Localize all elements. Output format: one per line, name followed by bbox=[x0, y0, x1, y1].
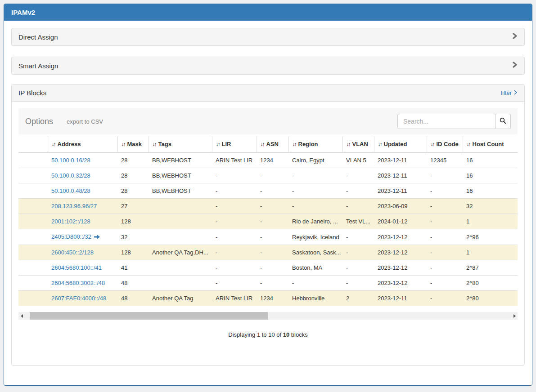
cell-expand bbox=[18, 229, 48, 245]
export-csv-link[interactable]: export to CSV bbox=[67, 118, 103, 125]
address-link[interactable]: 2604:5680:100::/41 bbox=[51, 264, 102, 271]
cell-updated: 2023-12-12 bbox=[374, 260, 427, 276]
cell-lir: - bbox=[212, 214, 257, 229]
sort-icon: ↓↑ bbox=[52, 141, 55, 147]
cell-address: 2001:102::/128 bbox=[48, 214, 117, 229]
column-header-host-count[interactable]: ↓↑Host Count bbox=[463, 136, 518, 152]
cell-region: - bbox=[288, 276, 342, 291]
address-link[interactable]: 2405:D800::/32 bbox=[51, 233, 91, 240]
cell-id-code: - bbox=[427, 291, 463, 306]
column-header-id-code[interactable]: ↓↑ID Code bbox=[427, 136, 463, 152]
cell-asn: 1234 bbox=[257, 291, 288, 306]
cell-mask: 27 bbox=[117, 199, 149, 214]
horizontal-scrollbar[interactable] bbox=[18, 312, 518, 320]
main-panel: IPAMv2 Direct Assign Smart Assign IP Blo… bbox=[4, 4, 532, 386]
column-header-vlan[interactable]: ↓↑VLAN bbox=[342, 136, 374, 152]
cell-vlan: - bbox=[342, 245, 374, 260]
sort-icon: ↓↑ bbox=[122, 141, 125, 147]
cell-updated: 2023-12-11 bbox=[374, 152, 427, 168]
address-link[interactable]: 50.100.0.32/28 bbox=[51, 172, 90, 179]
cell-updated: 2023-12-12 bbox=[374, 245, 427, 260]
cell-lir: - bbox=[212, 260, 257, 276]
cell-address: 2607:FAE0:4000::/48 bbox=[48, 291, 117, 306]
smart-assign-label: Smart Assign bbox=[18, 62, 58, 70]
cell-host-count: 2^96 bbox=[463, 229, 518, 245]
cell-tags: BB,WEBHOST bbox=[149, 152, 212, 168]
table-row: 50.100.0.48/2828BB,WEBHOST----2023-12-11… bbox=[18, 183, 518, 199]
column-header-address[interactable]: ↓↑Address bbox=[48, 136, 117, 152]
cell-id-code: - bbox=[427, 245, 463, 260]
cell-updated: 2023-12-11 bbox=[374, 168, 427, 183]
column-header-updated[interactable]: ↓↑Updated bbox=[374, 136, 427, 152]
cell-tags: Another QA Tag bbox=[149, 291, 212, 306]
cell-vlan: - bbox=[342, 229, 374, 245]
direct-assign-accordion[interactable]: Direct Assign bbox=[11, 28, 525, 46]
cell-updated: 2023-12-12 bbox=[374, 229, 427, 245]
column-header-mask[interactable]: ↓↑Mask bbox=[117, 136, 149, 152]
cell-region: - bbox=[288, 183, 342, 199]
ip-blocks-title: IP Blocks bbox=[18, 89, 46, 97]
table-row: 50.100.0.16/2828BB,WEBHOSTARIN Test LIR1… bbox=[18, 152, 518, 168]
cell-lir: ARIN Test LIR bbox=[212, 291, 257, 306]
search-button[interactable] bbox=[495, 114, 511, 129]
scrollbar-track[interactable] bbox=[25, 312, 511, 320]
cell-host-count: 2^80 bbox=[463, 291, 518, 306]
cell-asn: - bbox=[257, 183, 288, 199]
cell-address: 2600:450::2/128 bbox=[48, 245, 117, 260]
cell-expand bbox=[18, 152, 48, 168]
cell-mask: 28 bbox=[117, 168, 149, 183]
cell-expand bbox=[18, 214, 48, 229]
scrollbar-thumb[interactable] bbox=[30, 312, 268, 320]
cell-expand bbox=[18, 291, 48, 306]
cell-lir: - bbox=[212, 199, 257, 214]
cell-region: - bbox=[288, 168, 342, 183]
cell-address: 50.100.0.48/28 bbox=[48, 183, 117, 199]
cell-host-count: 32 bbox=[463, 199, 518, 214]
cell-updated: 2023-12-12 bbox=[374, 276, 427, 291]
cell-updated: 2024-01-12 bbox=[374, 214, 427, 229]
scroll-right-arrow-icon[interactable] bbox=[511, 312, 518, 320]
address-link[interactable]: 2001:102::/128 bbox=[51, 218, 90, 225]
scroll-left-arrow-icon[interactable] bbox=[18, 312, 25, 320]
table-row: 2607:FAE0:4000::/4848Another QA TagARIN … bbox=[18, 291, 518, 306]
address-link[interactable]: 50.100.0.48/28 bbox=[51, 187, 90, 194]
cell-tags bbox=[149, 199, 212, 214]
address-link[interactable]: 2607:FAE0:4000::/48 bbox=[51, 295, 106, 302]
cell-id-code: - bbox=[427, 260, 463, 276]
cell-host-count: 1 bbox=[463, 214, 518, 229]
table-row: 50.100.0.32/2828BB,WEBHOST----2023-12-11… bbox=[18, 168, 518, 183]
sort-icon: ↓↑ bbox=[378, 141, 382, 147]
address-link[interactable]: 2604:5680:3002::/48 bbox=[51, 280, 105, 286]
smart-assign-accordion[interactable]: Smart Assign bbox=[11, 57, 525, 75]
table-row: 2604:5680:100::/4141--Boston, MA-2023-12… bbox=[18, 260, 518, 276]
cell-expand bbox=[18, 183, 48, 199]
cell-host-count: 2^87 bbox=[463, 260, 518, 276]
cell-region: - bbox=[288, 199, 342, 214]
column-header-asn[interactable]: ↓↑ASN bbox=[257, 136, 288, 152]
cell-vlan: Test VL... bbox=[342, 214, 374, 229]
column-header-region[interactable]: ↓↑Region bbox=[288, 136, 342, 152]
pagination-status: Displaying 1 to 10 of 10 blocks bbox=[18, 331, 518, 338]
cell-lir: - bbox=[212, 276, 257, 291]
cell-id-code: - bbox=[427, 199, 463, 214]
address-link[interactable]: 50.100.0.16/28 bbox=[51, 157, 90, 164]
cell-id-code: 12345 bbox=[427, 152, 463, 168]
filter-link[interactable]: filter bbox=[500, 89, 518, 96]
cell-host-count: 16 bbox=[463, 168, 518, 183]
cell-address: 50.100.0.16/28 bbox=[48, 152, 117, 168]
address-link[interactable]: 2600:450::2/128 bbox=[51, 249, 94, 256]
cell-mask: 128 bbox=[117, 214, 149, 229]
table-row: 2604:5680:3002::/4848----2023-12-12-2^80 bbox=[18, 276, 518, 291]
address-link[interactable]: 208.123.96.96/27 bbox=[51, 203, 97, 209]
column-header-lir[interactable]: ↓↑LIR bbox=[212, 136, 257, 152]
cell-mask: 28 bbox=[117, 152, 149, 168]
column-header-tags[interactable]: ↓↑Tags bbox=[149, 136, 212, 152]
table-header-row: ↓↑Address ↓↑Mask ↓↑Tags ↓↑LIR ↓↑ASN ↓↑Re… bbox=[18, 136, 518, 152]
cell-asn: 1234 bbox=[257, 152, 288, 168]
assigned-arrow-icon bbox=[94, 234, 100, 241]
cell-asn: - bbox=[257, 229, 288, 245]
cell-asn: - bbox=[257, 168, 288, 183]
search-input[interactable] bbox=[397, 114, 495, 129]
cell-mask: 41 bbox=[117, 260, 149, 276]
ip-blocks-panel: IP Blocks filter Options export to CSV bbox=[11, 84, 525, 365]
